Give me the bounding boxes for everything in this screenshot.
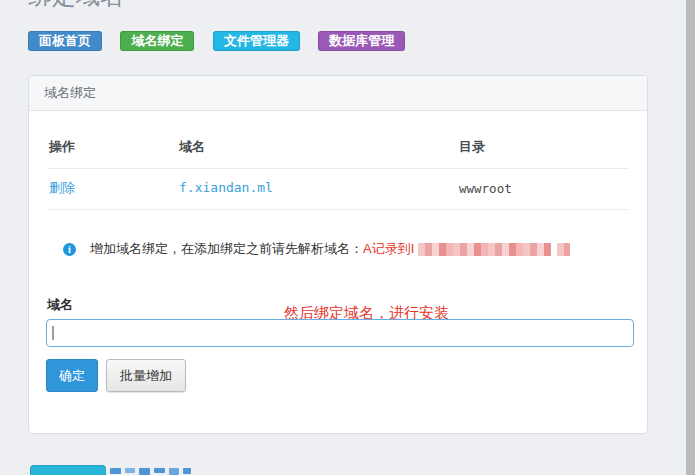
- column-header-domain: 域名: [179, 138, 205, 156]
- nav-button-panel-home[interactable]: 面板首页: [28, 31, 102, 51]
- panel-heading: 域名绑定: [29, 76, 647, 111]
- batch-add-button[interactable]: 批量增加: [106, 359, 186, 392]
- domain-input[interactable]: [46, 319, 634, 347]
- info-icon: i: [63, 243, 76, 256]
- redacted-ip-blur: [418, 243, 551, 256]
- scrollbar-track: [695, 0, 700, 475]
- domain-field-label: 域名: [47, 296, 73, 314]
- text-fragment: [110, 468, 121, 474]
- confirm-button[interactable]: 确定: [46, 359, 98, 392]
- info-text: 增加域名绑定，在添加绑定之前请先解析域名：: [90, 240, 363, 258]
- nav-button-file-manager[interactable]: 文件管理器: [213, 31, 300, 51]
- page-title: 绑定域名: [28, 0, 124, 9]
- redacted-ip-blur-tail: [557, 243, 570, 256]
- text-fragment: [183, 468, 191, 474]
- domain-binding-panel: 域名绑定 操作 域名 目录 删除 f.xiandan.ml wwwroot i …: [28, 75, 648, 434]
- table-row-divider: [47, 209, 629, 210]
- info-line: i 增加域名绑定，在添加绑定之前请先解析域名： A记录到I: [63, 240, 570, 258]
- column-header-directory: 目录: [459, 138, 485, 156]
- text-fragment: [139, 468, 150, 475]
- delete-link[interactable]: 删除: [49, 179, 75, 197]
- info-highlight: A记录到I: [363, 240, 414, 258]
- top-nav: 面板首页 域名绑定 文件管理器 数据库管理: [28, 31, 419, 51]
- text-fragment: [154, 468, 165, 473]
- nav-button-database-manager[interactable]: 数据库管理: [318, 31, 405, 51]
- directory-cell: wwwroot: [459, 181, 512, 196]
- nav-button-domain-binding[interactable]: 域名绑定: [120, 31, 194, 51]
- scrollbar-thumb[interactable]: [686, 0, 695, 475]
- text-caret: [52, 326, 54, 340]
- text-fragment: [125, 468, 135, 473]
- column-header-action: 操作: [49, 138, 75, 156]
- text-fragment: [169, 468, 179, 475]
- clipped-bottom-text: [110, 468, 191, 475]
- table-header-divider: [47, 168, 629, 169]
- clipped-bottom-button[interactable]: [30, 465, 106, 475]
- domain-link[interactable]: f.xiandan.ml: [179, 180, 273, 195]
